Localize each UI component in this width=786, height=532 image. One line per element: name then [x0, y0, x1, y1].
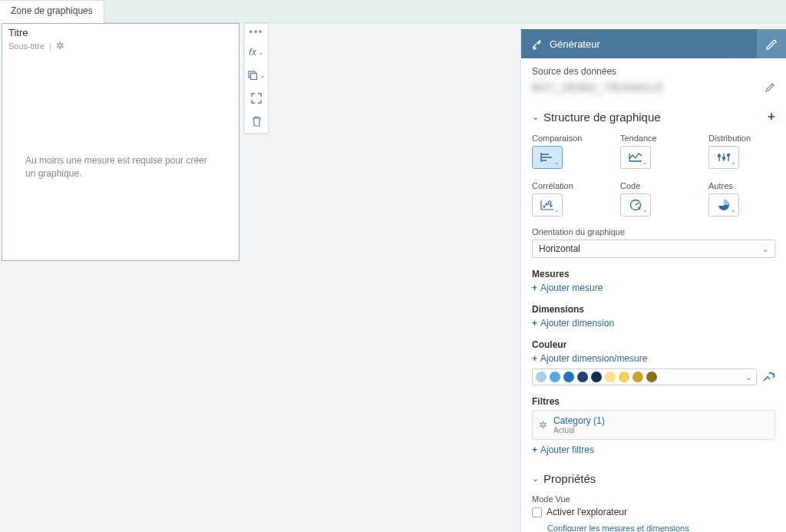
- svg-rect-1: [251, 74, 257, 80]
- type-label-correlation: Corrélation: [532, 181, 599, 190]
- swatch: [646, 372, 657, 382]
- swatch: [591, 372, 602, 382]
- configure-measures-link[interactable]: Configurer les mesures et dimensions: [547, 524, 689, 532]
- filter-item-sub: Actual: [553, 426, 605, 435]
- widget-toolbar: ••• fx⌄ ⌄: [244, 23, 269, 134]
- measures-title: Mesures: [532, 269, 775, 279]
- add-dimension-measure-link[interactable]: +Ajouter dimension/mesure: [532, 353, 647, 364]
- chevron-down-icon: ⌄: [762, 245, 768, 253]
- data-source-name: BXT_DEMO_TRIANGLE: [532, 81, 664, 94]
- required-measure-message: Au moins une mesure est requise pour cré…: [25, 154, 216, 180]
- fx-button[interactable]: fx⌄: [245, 41, 268, 64]
- tab-chart-area[interactable]: Zone de graphiques: [0, 0, 104, 23]
- add-chart-type-button[interactable]: +: [768, 109, 775, 124]
- fullscreen-button[interactable]: [245, 87, 268, 110]
- orientation-select[interactable]: Horizontal ⌄: [532, 240, 775, 258]
- orientation-label: Orientation du graphique: [532, 227, 775, 236]
- svg-point-6: [546, 203, 547, 205]
- chevron-down-icon: ⌄: [554, 159, 560, 166]
- data-source-section: Source des données BXT_DEMO_TRIANGLE: [521, 58, 786, 104]
- delete-button[interactable]: [245, 110, 268, 133]
- properties-title: Propriétés: [543, 472, 596, 485]
- dimensions-title: Dimensions: [532, 304, 775, 315]
- chart-structure-title: Structure de graphique: [543, 111, 661, 124]
- color-palette-select[interactable]: ⌄: [532, 368, 757, 385]
- chevron-down-icon: ⌄: [532, 474, 539, 484]
- generator-panel: Générateur Source des données BXT_DEMO_T…: [520, 29, 786, 532]
- filter-item-title: Category (1): [553, 415, 605, 426]
- chart-type-correlation[interactable]: ⌄: [532, 193, 563, 216]
- orientation-value: Horizontal: [539, 243, 580, 254]
- tab-bar: Zone de graphiques: [0, 0, 786, 23]
- svg-point-7: [548, 201, 551, 204]
- swatch: [619, 372, 629, 382]
- swatch: [550, 372, 560, 382]
- type-label-distribution: Distribution: [708, 134, 775, 143]
- chart-subtitle-row: Sous-titre | ✲: [2, 38, 239, 53]
- canvas-area: Titre Sous-titre | ✲ Au moins une mesure…: [0, 23, 522, 532]
- enable-explorer-label: Activer l'explorateur: [547, 507, 627, 517]
- chevron-down-icon: ⌄: [554, 207, 560, 213]
- chart-title[interactable]: Titre: [2, 24, 239, 38]
- chart-subtitle[interactable]: Sous-titre: [8, 41, 45, 51]
- chevron-down-icon: ⌄: [642, 159, 648, 166]
- color-title: Couleur: [532, 339, 775, 350]
- swatch: [632, 372, 643, 382]
- chart-widget[interactable]: Titre Sous-titre | ✲ Au moins une mesure…: [2, 23, 239, 261]
- chevron-down-icon: ⌄: [731, 159, 736, 166]
- filter-icon: ✲: [539, 419, 547, 431]
- type-label-code: Code: [620, 181, 687, 190]
- add-measure-link[interactable]: +Ajouter mesure: [532, 283, 603, 293]
- styling-panel-button[interactable]: [757, 29, 786, 58]
- subtitle-divider: |: [49, 41, 51, 51]
- swatch: [605, 372, 616, 382]
- type-label-comparison: Comparaison: [532, 134, 599, 143]
- swatch: [536, 372, 547, 382]
- data-source-label: Source des données: [532, 66, 775, 77]
- chart-type-grid: Comparaison ⌄ Tendance ⌄ Distribution: [532, 134, 775, 216]
- more-actions-button[interactable]: •••: [245, 24, 268, 41]
- chart-type-code[interactable]: ⌄: [620, 193, 651, 216]
- svg-point-5: [543, 206, 545, 207]
- chart-type-distribution[interactable]: ⌄: [708, 146, 739, 169]
- type-label-others: Autres: [708, 181, 775, 190]
- view-mode-label: Mode Vue: [532, 494, 775, 504]
- chart-type-others[interactable]: ⌄: [708, 193, 739, 216]
- palette-action-icon[interactable]: [763, 372, 775, 382]
- copy-button[interactable]: ⌄: [245, 64, 268, 87]
- svg-point-8: [550, 205, 552, 207]
- chart-type-trend[interactable]: ⌄: [620, 146, 651, 169]
- chevron-down-icon: ⌄: [731, 207, 736, 213]
- chevron-down-icon: ⌄: [642, 207, 648, 213]
- swatch: [563, 372, 574, 382]
- add-filters-link[interactable]: +Ajouter filtres: [532, 444, 594, 455]
- chevron-down-icon: ⌄: [745, 373, 751, 382]
- tools-icon: [530, 38, 542, 50]
- generator-header: Générateur: [521, 29, 786, 58]
- chevron-down-icon: ⌄: [532, 112, 539, 122]
- swatch: [577, 372, 588, 382]
- filter-item[interactable]: ✲ Category (1) Actual: [532, 410, 775, 440]
- type-label-trend: Tendance: [620, 134, 687, 143]
- filters-title: Filtres: [532, 396, 775, 407]
- generator-title: Générateur: [550, 38, 600, 50]
- chart-structure-header[interactable]: ⌄ Structure de graphique +: [532, 104, 775, 129]
- enable-explorer-checkbox[interactable]: [532, 507, 542, 517]
- properties-header[interactable]: ⌄ Propriétés: [532, 468, 775, 490]
- dynamic-text-icon[interactable]: ✲: [56, 40, 64, 51]
- edit-data-source-button[interactable]: [765, 82, 775, 93]
- chart-type-comparison[interactable]: ⌄: [532, 146, 563, 169]
- add-dimension-link[interactable]: +Ajouter dimension: [532, 318, 614, 329]
